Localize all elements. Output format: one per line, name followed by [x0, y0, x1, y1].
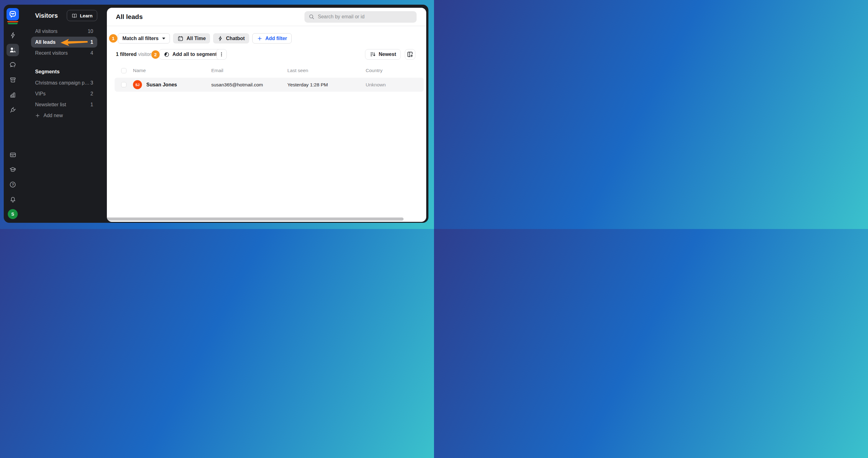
column-header-name[interactable]: Name	[133, 68, 211, 73]
credit-card-icon	[9, 151, 17, 158]
row-name: Susan Jones	[146, 82, 177, 88]
logo-stripe-orange	[7, 21, 18, 22]
row-last-seen: Yesterday 1:28 PM	[287, 82, 366, 88]
help-icon: ?	[9, 181, 17, 188]
segment-pie-icon	[164, 52, 169, 58]
horizontal-scrollbar[interactable]	[107, 217, 404, 221]
row-country: Unknown	[366, 82, 424, 88]
chevron-down-icon	[162, 38, 165, 39]
lightning-icon	[217, 36, 223, 41]
archive-icon	[9, 77, 17, 84]
segments-list: Christmas campaign p… 3 VIPs 2 Newslette…	[22, 78, 107, 121]
main-panel: All leads 1 Match all filters All Time	[107, 8, 426, 222]
time-filter-button[interactable]: All Time	[173, 33, 210, 43]
row-avatar: SJ	[133, 80, 142, 89]
search-input[interactable]	[318, 14, 412, 20]
sort-button[interactable]: Newest	[365, 49, 401, 60]
count-badge: 3	[90, 80, 93, 86]
sidebar-item-segment-newsletter[interactable]: Newsletter list 1	[31, 99, 97, 110]
svg-text:?: ?	[14, 65, 15, 68]
chatbot-logo-icon	[6, 8, 19, 21]
row-email: susan365@hotmail.com	[211, 82, 287, 88]
filters-row: 1 Match all filters All Time Chatbot	[118, 33, 426, 43]
icon-rail: ?	[4, 5, 22, 223]
sidebar-item-segment-christmas[interactable]: Christmas campaign p… 3	[31, 78, 97, 88]
row-checkbox[interactable]	[121, 82, 126, 87]
count-badge: 1	[90, 39, 93, 45]
chatbot-logo[interactable]	[6, 8, 19, 24]
plug-icon	[9, 106, 17, 114]
segments-title: Segments	[35, 69, 97, 74]
page-title: All leads	[116, 13, 143, 21]
rail-item-reports[interactable]	[6, 89, 19, 101]
rail-item-billing[interactable]	[6, 149, 19, 161]
count-badge: 2	[90, 91, 93, 97]
learn-button[interactable]: Learn	[67, 10, 97, 21]
people-icon	[9, 46, 17, 54]
column-header-email[interactable]: Email	[211, 68, 287, 73]
graduation-cap-icon	[9, 166, 17, 173]
lightning-icon	[9, 32, 17, 39]
rail-item-chats[interactable]: ?	[6, 59, 19, 71]
source-filter-button[interactable]: Chatbot	[213, 33, 249, 43]
svg-text:?: ?	[12, 183, 14, 186]
bell-icon	[9, 196, 17, 203]
sidebar-title: Visitors	[35, 12, 58, 19]
column-header-last-seen[interactable]: Last seen	[287, 68, 366, 73]
annotation-badge-2: 2	[151, 50, 160, 59]
add-new-segment-button[interactable]: Add new	[31, 110, 107, 121]
sidebar-item-recent-visitors[interactable]: Recent visitors 4	[31, 48, 97, 58]
columns-plus-icon	[407, 51, 413, 58]
filtered-count-text: 1 filtered visitors	[116, 52, 153, 57]
count-badge: 1	[90, 102, 93, 108]
rail-item-visitors[interactable]	[6, 44, 19, 56]
annotation-arrow	[60, 37, 89, 47]
rail-item-help[interactable]: ?	[6, 178, 19, 191]
calendar-icon	[177, 35, 184, 42]
sidebar-item-all-leads[interactable]: All leads 1	[31, 37, 97, 48]
plus-icon	[257, 36, 262, 41]
rail-item-automation[interactable]	[6, 29, 19, 41]
sidebar-item-segment-vips[interactable]: VIPs 2	[31, 88, 97, 99]
kebab-icon	[219, 52, 224, 57]
add-all-to-segment-button[interactable]: Add all to segment	[159, 49, 221, 60]
rail-item-notifications[interactable]	[6, 193, 19, 206]
manage-columns-button[interactable]	[405, 49, 415, 60]
rail-item-academy[interactable]	[6, 163, 19, 176]
table-row[interactable]: SJ Susan Jones susan365@hotmail.com Yest…	[115, 78, 424, 92]
rail-item-integrations[interactable]	[6, 103, 19, 116]
toolbar-row: 1 filtered visitors 2 Add all to segment	[116, 49, 426, 60]
annotation-badge-1: 1	[109, 34, 118, 42]
count-badge: 10	[88, 29, 93, 34]
sidebar: Visitors Learn All visitors 10 All leads	[22, 5, 107, 223]
column-header-country[interactable]: Country	[366, 68, 424, 73]
chat-question-icon: ?	[9, 61, 17, 69]
select-all-checkbox[interactable]	[121, 68, 126, 73]
bar-chart-icon	[9, 91, 17, 98]
visitors-nav-list: All visitors 10 All leads 1 Recent visit…	[22, 26, 107, 58]
search-icon	[309, 14, 315, 20]
more-actions-button[interactable]	[216, 49, 227, 60]
match-filters-dropdown[interactable]: Match all filters	[118, 33, 170, 43]
sidebar-item-all-visitors[interactable]: All visitors 10	[31, 26, 97, 37]
add-filter-button[interactable]: Add filter	[252, 33, 292, 43]
plus-icon	[35, 113, 40, 118]
rail-item-archives[interactable]	[6, 74, 19, 86]
logo-stripe-green	[8, 23, 18, 24]
sort-desc-icon	[370, 51, 376, 58]
count-badge: 4	[90, 50, 93, 56]
table-header: Name Email Last seen Country	[115, 64, 424, 77]
user-avatar[interactable]: S	[8, 209, 18, 219]
app-window: ?	[4, 5, 428, 223]
book-icon	[71, 13, 78, 19]
search-box[interactable]	[305, 11, 416, 23]
panel-header: All leads	[107, 8, 426, 26]
